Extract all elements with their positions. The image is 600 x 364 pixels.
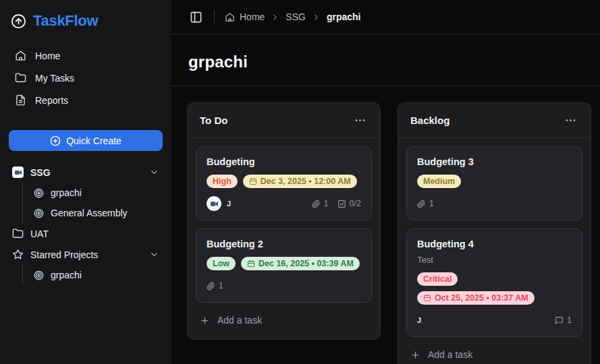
task-title: Budgeting 4	[417, 239, 572, 249]
column-title: To Do	[200, 115, 227, 126]
project-label: grpachi	[51, 187, 82, 198]
sidebar-item-home[interactable]: Home	[8, 44, 163, 67]
workspace-children: grpachi General Assembly	[22, 183, 163, 223]
starred-projects-row[interactable]: Starred Projects	[8, 244, 163, 265]
task-title: Budgeting 2	[207, 239, 361, 249]
paperclip-icon	[312, 200, 321, 208]
workspace-label: Starred Projects	[30, 249, 98, 260]
calendar-icon	[249, 177, 257, 185]
home-icon	[15, 50, 26, 61]
column-body: Budgeting 3 Medium 1	[398, 138, 591, 364]
checklist-meta: 0/2	[337, 199, 361, 208]
breadcrumb-current: grpachi	[327, 11, 361, 22]
paperclip-icon	[417, 200, 426, 208]
assignee-initial: J	[417, 316, 421, 324]
plus-circle-icon	[50, 135, 61, 146]
task-title: Budgeting	[207, 156, 361, 167]
calendar-icon	[247, 260, 255, 268]
home-icon	[225, 12, 235, 22]
workspace-row-uat[interactable]: UAT	[8, 223, 163, 244]
add-task-button[interactable]: Add a task	[196, 311, 266, 331]
assignee: J	[207, 196, 231, 211]
comments-count: 1	[567, 315, 572, 325]
sidebar-item-my-tasks[interactable]: My Tasks	[8, 67, 163, 89]
assignee-initial: J	[227, 200, 231, 208]
folder-icon	[15, 72, 26, 84]
workspace-row-ssg[interactable]: SSG	[8, 162, 163, 183]
task-card-budgeting[interactable]: Budgeting High Dec 3, 2025 • 12:00 AM	[196, 146, 372, 220]
breadcrumb: Home SSG grpachi	[225, 11, 361, 22]
main-area: Home SSG grpachi grpachi To Do	[171, 0, 600, 364]
workspace-label: SSG	[30, 167, 51, 178]
top-header: Home SSG grpachi	[171, 0, 600, 34]
check-square-icon	[337, 200, 346, 208]
add-task-button[interactable]: Add a task	[406, 345, 476, 364]
breadcrumb-ssg[interactable]: SSG	[285, 11, 306, 22]
circle-arrow-up-logo-icon	[11, 13, 26, 29]
task-card-budgeting-4[interactable]: Budgeting 4 Test Critical Oct 25, 2025 •…	[406, 229, 582, 337]
priority-label: Low	[213, 259, 229, 268]
page-title-section: grpachi	[171, 34, 600, 86]
star-icon	[12, 249, 24, 260]
task-badges: Low Dec 16, 2025 • 03:39 AM	[207, 257, 361, 270]
task-meta: 1	[417, 199, 434, 208]
attachments-meta: 1	[207, 281, 223, 291]
project-tree: SSG grpachi General Assembly	[0, 154, 171, 285]
attachments-count: 1	[219, 281, 223, 291]
target-icon	[34, 270, 44, 280]
task-footer: J 1	[207, 196, 361, 211]
column-title: Backlog	[410, 115, 449, 126]
project-item-grpachi[interactable]: grpachi	[23, 183, 163, 203]
attachments-meta: 1	[417, 199, 434, 208]
sidebar-item-reports[interactable]: Reports	[8, 89, 163, 111]
chevron-right-icon	[271, 13, 279, 22]
sidebar-item-label: Reports	[35, 95, 68, 106]
board-column-backlog: Backlog Budgeting 3 Medium	[398, 102, 591, 364]
quick-create-button[interactable]: Quick Create	[9, 130, 163, 151]
sidebar: TaskFlow Home My Tasks Reports Quick Cre…	[0, 0, 171, 364]
sidebar-toggle-button[interactable]	[188, 9, 204, 25]
header-divider	[214, 10, 215, 24]
priority-badge: Low	[207, 257, 236, 270]
priority-label: Medium	[423, 177, 455, 186]
column-menu-button[interactable]	[352, 113, 368, 128]
column-body: Budgeting High Dec 3, 2025 • 12:00 AM	[188, 138, 380, 339]
comment-bubble-icon	[555, 316, 564, 325]
sidebar-item-label: My Tasks	[35, 73, 74, 84]
sidebar-item-label: Home	[35, 51, 60, 61]
app-logo[interactable]: TaskFlow	[0, 0, 171, 36]
project-label: grpachi	[51, 270, 82, 280]
breadcrumb-label: SSG	[285, 11, 306, 22]
app-name: TaskFlow	[33, 12, 98, 30]
task-meta: 1 0/2	[312, 199, 361, 208]
task-card-budgeting-3[interactable]: Budgeting 3 Medium 1	[406, 146, 582, 220]
project-item-general-assembly[interactable]: General Assembly	[23, 203, 163, 223]
column-menu-button[interactable]	[563, 113, 578, 128]
starred-children: grpachi	[22, 265, 163, 285]
due-date-badge: Dec 16, 2025 • 03:39 AM	[241, 257, 360, 270]
breadcrumb-label: Home	[240, 11, 265, 22]
quick-create-label: Quick Create	[66, 135, 121, 146]
column-header: To Do	[188, 103, 380, 138]
due-date-badge: Dec 3, 2025 • 12:00 AM	[243, 175, 357, 188]
chevron-right-icon	[312, 13, 321, 22]
assignee: J	[417, 316, 421, 324]
page-title: grpachi	[188, 53, 583, 71]
task-meta: 1	[555, 315, 572, 325]
paperclip-icon	[207, 282, 215, 291]
attachments-meta: 1	[312, 199, 329, 208]
assignee-avatar	[207, 196, 221, 211]
add-task-label: Add a task	[217, 315, 262, 326]
calendar-icon	[423, 294, 431, 302]
project-item-grpachi-starred[interactable]: grpachi	[23, 265, 163, 285]
comments-meta: 1	[555, 315, 572, 325]
task-card-budgeting-2[interactable]: Budgeting 2 Low Dec 16, 2025 • 03:39 AM	[196, 229, 372, 303]
due-date-badge: Oct 25, 2025 • 03:37 AM	[417, 291, 535, 305]
breadcrumb-home[interactable]: Home	[225, 11, 265, 22]
priority-badge: Critical	[417, 272, 458, 286]
workspace-camera-emoji-icon	[12, 166, 24, 178]
column-header: Backlog	[398, 103, 591, 138]
chevron-down-icon[interactable]	[149, 249, 159, 260]
chevron-down-icon[interactable]	[149, 167, 159, 177]
task-footer: 1	[207, 278, 361, 293]
